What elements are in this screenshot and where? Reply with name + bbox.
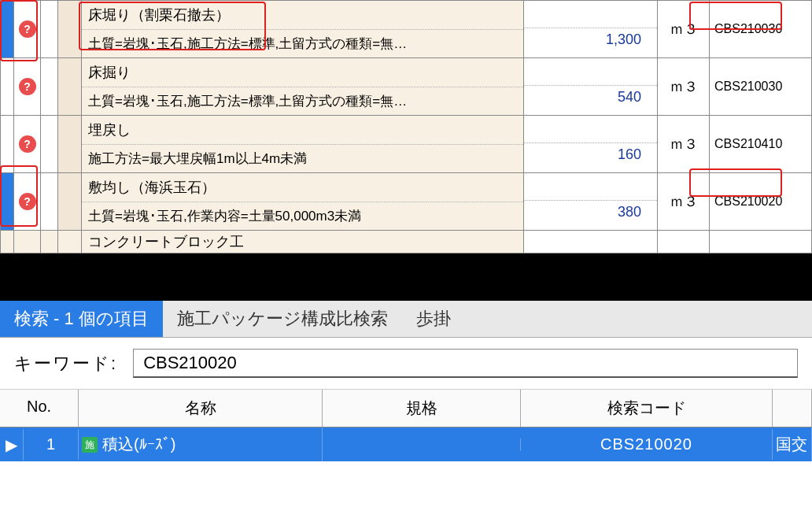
tab-bukake[interactable]: 歩掛 xyxy=(402,301,465,337)
quantity-value: 160 xyxy=(524,143,657,166)
item-title: 埋戻し xyxy=(82,116,523,145)
description-cell[interactable]: 埋戻し 施工方法=最大埋戻幅1m以上4m未満 xyxy=(82,116,524,173)
item-detail: 施工方法=最大埋戻幅1m以上4m未満 xyxy=(82,145,523,172)
row-indicator xyxy=(1,231,14,254)
row-checkbox[interactable] xyxy=(41,1,58,58)
row-indicator xyxy=(1,173,14,231)
row-checkbox[interactable] xyxy=(41,173,58,231)
table-row[interactable]: ? 埋戻し 施工方法=最大埋戻幅1m以上4m未満 160 ｍ３ CBS21 xyxy=(1,116,812,173)
unit-cell: ｍ３ xyxy=(658,116,710,173)
quantity-value: 540 xyxy=(524,86,657,109)
document-icon: 施 xyxy=(82,437,98,453)
quantity-value: 380 xyxy=(524,201,657,224)
code-cell: CBS210030 xyxy=(710,58,812,116)
quantity-value: 1,300 xyxy=(524,28,657,51)
result-name-cell: 施 積込(ﾙｰｽﾞ) xyxy=(79,427,323,461)
tab-package-ratio[interactable]: 施工パッケージ構成比検索 xyxy=(163,301,402,337)
keyword-input[interactable] xyxy=(133,349,798,378)
row-indicator xyxy=(1,116,14,173)
result-code: CBS210020 xyxy=(521,429,773,460)
spacer-cell xyxy=(58,58,82,116)
table-body: ? 床堀り（割栗石撤去） 土質=岩塊･玉石,施工方法=標準,土留方式の種類=無…… xyxy=(1,1,812,254)
description-cell[interactable]: 床掘り 土質=岩塊･玉石,施工方法=標準,土留方式の種類=無… xyxy=(82,58,524,116)
help-cell[interactable]: ? xyxy=(14,116,41,173)
item-title: 敷均し（海浜玉石） xyxy=(82,173,523,202)
result-rest: 国交 xyxy=(773,427,812,461)
results-header: No. 名称 規格 検索コード xyxy=(0,390,812,427)
quantity-cell[interactable]: 540 xyxy=(524,58,658,116)
spacer-cell xyxy=(58,231,82,254)
row-indicator xyxy=(1,58,14,116)
code-cell xyxy=(710,231,812,254)
construction-items-table: ? 床堀り（割栗石撤去） 土質=岩塊･玉石,施工方法=標準,土留方式の種類=無…… xyxy=(0,0,812,254)
unit-cell xyxy=(658,231,710,254)
help-cell[interactable]: ? xyxy=(14,173,41,231)
code-cell: CBS210020 xyxy=(710,173,812,231)
search-panel: 検索 - 1 個の項目 施工パッケージ構成比検索 歩掛 キーワード: No. 名… xyxy=(0,301,812,461)
unit-cell: ｍ３ xyxy=(658,58,710,116)
unit-cell: ｍ３ xyxy=(658,173,710,231)
help-icon[interactable]: ? xyxy=(19,78,36,95)
item-title: コンクリートブロック工 xyxy=(82,231,524,254)
row-checkbox[interactable] xyxy=(41,116,58,173)
spacer-cell xyxy=(58,116,82,173)
quantity-cell xyxy=(524,231,658,254)
help-icon[interactable]: ? xyxy=(19,135,36,153)
tab-search[interactable]: 検索 - 1 個の項目 xyxy=(0,301,163,337)
result-spec xyxy=(323,439,521,451)
table-row[interactable]: ? 敷均し（海浜玉石） 土質=岩塊･玉石,作業内容=土量50,000m3未満 3… xyxy=(1,173,812,231)
row-indicator xyxy=(1,1,14,58)
item-title: 床掘り xyxy=(82,58,523,87)
code-cell: CBS210030 xyxy=(710,1,812,58)
help-cell xyxy=(14,231,41,254)
result-name: 積込(ﾙｰｽﾞ) xyxy=(102,434,175,455)
column-header-rest xyxy=(773,390,812,427)
row-checkbox[interactable] xyxy=(41,58,58,116)
column-header-name[interactable]: 名称 xyxy=(79,390,323,427)
help-icon[interactable]: ? xyxy=(19,20,36,38)
column-header-no[interactable]: No. xyxy=(0,390,79,427)
keyword-row: キーワード: xyxy=(0,338,812,390)
spacer-cell xyxy=(58,1,82,58)
quantity-cell[interactable]: 380 xyxy=(524,173,658,231)
column-header-code[interactable]: 検索コード xyxy=(521,390,773,427)
spacer-cell xyxy=(58,173,82,231)
row-checkbox[interactable] xyxy=(41,231,58,254)
result-row[interactable]: ▶ 1 施 積込(ﾙｰｽﾞ) CBS210020 国交 xyxy=(0,427,812,461)
tab-bar: 検索 - 1 個の項目 施工パッケージ構成比検索 歩掛 xyxy=(0,301,812,338)
help-cell[interactable]: ? xyxy=(14,58,41,116)
table-row[interactable]: ? 床掘り 土質=岩塊･玉石,施工方法=標準,土留方式の種類=無… 540 ｍ３ xyxy=(1,58,812,116)
help-icon[interactable]: ? xyxy=(19,193,36,210)
keyword-label: キーワード: xyxy=(14,352,117,376)
item-detail: 土質=岩塊･玉石,施工方法=標準,土留方式の種類=無… xyxy=(82,87,523,115)
row-marker-icon: ▶ xyxy=(0,429,24,461)
unit-cell: ｍ３ xyxy=(658,1,710,58)
description-cell[interactable]: 敷均し（海浜玉石） 土質=岩塊･玉石,作業内容=土量50,000m3未満 xyxy=(82,173,524,231)
help-cell[interactable]: ? xyxy=(14,1,41,58)
separator-band xyxy=(0,254,812,301)
result-no: 1 xyxy=(24,429,79,460)
table-row[interactable]: ? 床堀り（割栗石撤去） 土質=岩塊･玉石,施工方法=標準,土留方式の種類=無…… xyxy=(1,1,812,58)
quantity-cell[interactable]: 160 xyxy=(524,116,658,173)
description-cell[interactable]: 床堀り（割栗石撤去） 土質=岩塊･玉石,施工方法=標準,土留方式の種類=無… xyxy=(82,1,524,58)
item-title: 床堀り（割栗石撤去） xyxy=(82,1,523,30)
item-detail: 土質=岩塊･玉石,作業内容=土量50,000m3未満 xyxy=(82,202,523,230)
item-detail: 土質=岩塊･玉石,施工方法=標準,土留方式の種類=無… xyxy=(82,30,523,57)
quantity-cell[interactable]: 1,300 xyxy=(524,1,658,58)
column-header-spec[interactable]: 規格 xyxy=(323,390,521,427)
code-cell: CBS210410 xyxy=(710,116,812,173)
table-row-truncated[interactable]: コンクリートブロック工 xyxy=(1,231,812,254)
